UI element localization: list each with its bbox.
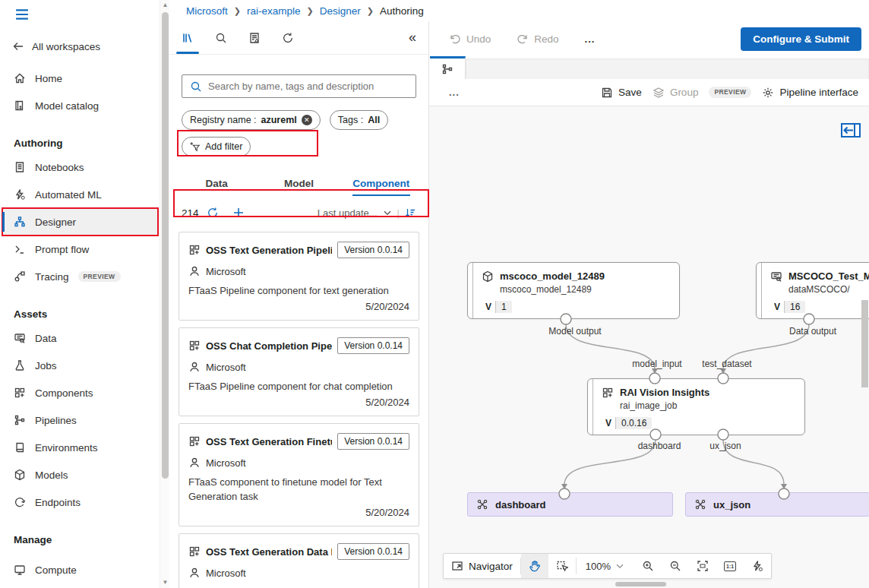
version-badge[interactable]: Version 0.0.14: [337, 543, 409, 560]
asset-library-panel: « Registry name : azureml ✕ Tags : All A…: [169, 21, 428, 588]
component-card[interactable]: OSS Text Generation Data Im... Version 0…: [179, 533, 419, 588]
one-to-one-icon: 1:1: [724, 561, 736, 571]
zoom-out-button[interactable]: [662, 554, 689, 578]
navigator-button[interactable]: Navigator: [444, 554, 520, 578]
search-input[interactable]: [208, 81, 408, 92]
sidebar-scrollbar[interactable]: ▲ ▼: [160, 0, 169, 588]
breadcrumb-rai-example[interactable]: rai-example: [247, 5, 301, 17]
node-output-ux-json[interactable]: ux_json: [685, 492, 869, 517]
sidebar-item-pipelines[interactable]: Pipelines: [0, 406, 160, 434]
add-filter-button[interactable]: Add filter: [182, 137, 251, 156]
version-pill: V1: [482, 301, 512, 313]
add-icon[interactable]: [232, 207, 245, 219]
group-button[interactable]: Group: [653, 87, 699, 99]
sort-order-icon[interactable]: [404, 207, 416, 219]
node-mscoco-model[interactable]: mscoco_model_12489 mscoco_model_12489 V1: [467, 262, 680, 319]
canvas-horizontal-scrollbar[interactable]: [429, 581, 869, 587]
sidebar-item-automated-ml[interactable]: Automated ML: [0, 181, 160, 208]
actual-size-button[interactable]: 1:1: [716, 554, 744, 578]
node-mscoco-test-data[interactable]: MSCOCO_Test_MLTable_OD18 dataMSCOCO/ V16: [756, 262, 869, 319]
preview-badge: PREVIEW: [709, 87, 751, 98]
select-tool[interactable]: [548, 554, 576, 578]
sidebar-item-home[interactable]: Home: [0, 65, 160, 92]
scroll-down-arrow[interactable]: ▼: [160, 577, 170, 588]
save-icon: [601, 87, 613, 99]
scroll-up-arrow[interactable]: ▲: [160, 0, 170, 11]
model-catalog-icon: [14, 100, 26, 112]
zoom-in-button[interactable]: [634, 554, 662, 578]
canvas-action-bar: ... Save Group PREVIEW Pipeline interfac…: [429, 79, 869, 106]
pipeline-tab[interactable]: [430, 56, 466, 79]
registry-list-icon[interactable]: [248, 32, 261, 44]
more-options-button[interactable]: ...: [585, 33, 596, 45]
port-label-model-input: model_input: [632, 359, 681, 369]
section-authoring: Authoring: [0, 119, 160, 153]
zoom-level-dropdown[interactable]: 100%: [577, 561, 634, 572]
refresh-list-icon[interactable]: [207, 207, 219, 219]
canvas-vertical-scrollbar[interactable]: [861, 106, 869, 588]
sidebar-item-jobs[interactable]: Jobs: [0, 352, 160, 379]
sidebar-item-compute[interactable]: Compute: [0, 556, 160, 583]
node-output-dashboard[interactable]: dashboard: [467, 492, 673, 517]
canvas-more-button[interactable]: ...: [449, 87, 460, 98]
sidebar-item-notebooks[interactable]: Notebooks: [0, 153, 160, 181]
search-tool-icon[interactable]: [215, 32, 227, 44]
breadcrumb-microsoft[interactable]: Microsoft: [186, 5, 228, 17]
port-label-ux-json: ux_json: [709, 441, 741, 451]
open-side-panel-icon[interactable]: [841, 123, 861, 140]
sidebar-item-components[interactable]: Components: [0, 379, 160, 406]
redo-button[interactable]: Redo: [517, 33, 558, 45]
save-button[interactable]: Save: [601, 87, 642, 99]
component-card[interactable]: OSS Chat Completion Pipeline Version 0.0…: [179, 327, 419, 416]
pan-hand-tool[interactable]: [521, 554, 548, 578]
undo-button[interactable]: Undo: [449, 33, 491, 45]
filter-chip-tags[interactable]: Tags : All: [330, 110, 388, 130]
tracing-icon: [14, 270, 26, 283]
scrollbar-thumb[interactable]: [861, 300, 868, 387]
configure-submit-button[interactable]: Configure & Submit: [741, 27, 861, 51]
component-card[interactable]: OSS Text Generation Pipeline Version 0.0…: [179, 232, 419, 321]
sidebar-item-endpoints[interactable]: Endpoints: [0, 488, 160, 516]
breadcrumb-designer[interactable]: Designer: [320, 5, 361, 17]
asset-type-tabs: Data Model Component: [175, 172, 422, 194]
pipeline-interface-button[interactable]: Pipeline interface: [762, 87, 858, 99]
remove-filter-icon[interactable]: ✕: [302, 115, 312, 125]
tab-data[interactable]: Data: [175, 172, 258, 194]
chevron-down-icon: [615, 561, 625, 571]
component-card[interactable]: OSS Text Generation Finetune Version 0.0…: [179, 423, 419, 526]
asset-library-tab-icon[interactable]: [182, 32, 194, 44]
left-sidebar: All workspaces Home Model catalog Author…: [0, 0, 160, 588]
prompt-flow-icon: [14, 243, 26, 255]
scrollbar-thumb[interactable]: [162, 12, 169, 479]
sort-field-dropdown[interactable]: Last update...: [318, 207, 378, 219]
chevron-down-icon[interactable]: [382, 207, 393, 218]
version-badge[interactable]: Version 0.0.14: [337, 242, 409, 258]
result-count: 214: [182, 207, 199, 219]
sidebar-item-designer[interactable]: Designer: [2, 208, 158, 236]
auto-layout-button[interactable]: [744, 554, 771, 578]
port-label-data-output: Data output: [789, 326, 836, 337]
scrollbar-thumb[interactable]: [615, 582, 666, 586]
fit-to-screen-button[interactable]: [689, 554, 716, 578]
pipeline-canvas[interactable]: mscoco_model_12489 mscoco_model_12489 V1…: [429, 106, 869, 588]
collapse-panel-icon[interactable]: «: [409, 30, 416, 46]
tab-component[interactable]: Component: [340, 172, 422, 194]
sidebar-item-models[interactable]: Models: [0, 461, 160, 488]
version-badge[interactable]: Version 0.0.14: [337, 337, 409, 354]
tab-model[interactable]: Model: [258, 172, 340, 194]
sidebar-item-data[interactable]: Data: [0, 324, 160, 352]
refresh-panel-icon[interactable]: [282, 32, 294, 44]
version-badge[interactable]: Version 0.0.14: [337, 433, 409, 450]
node-rai-vision-insights[interactable]: RAI Vision Insights rai_image_job V0.0.1…: [587, 378, 805, 435]
hamburger-menu-icon[interactable]: [14, 8, 160, 24]
sidebar-item-prompt-flow[interactable]: Prompt flow: [0, 236, 160, 263]
person-icon: [188, 361, 201, 373]
section-assets: Assets: [0, 290, 160, 324]
sidebar-item-tracing[interactable]: Tracing PREVIEW: [0, 263, 160, 290]
all-workspaces-link[interactable]: All workspaces: [12, 36, 160, 57]
sidebar-item-environments[interactable]: Environments: [0, 434, 160, 461]
version-pill: V0.0.16: [602, 417, 652, 429]
sidebar-item-model-catalog[interactable]: Model catalog: [0, 92, 160, 119]
filter-chip-registry[interactable]: Registry name : azureml ✕: [182, 110, 321, 130]
notebooks-icon: [14, 161, 26, 173]
